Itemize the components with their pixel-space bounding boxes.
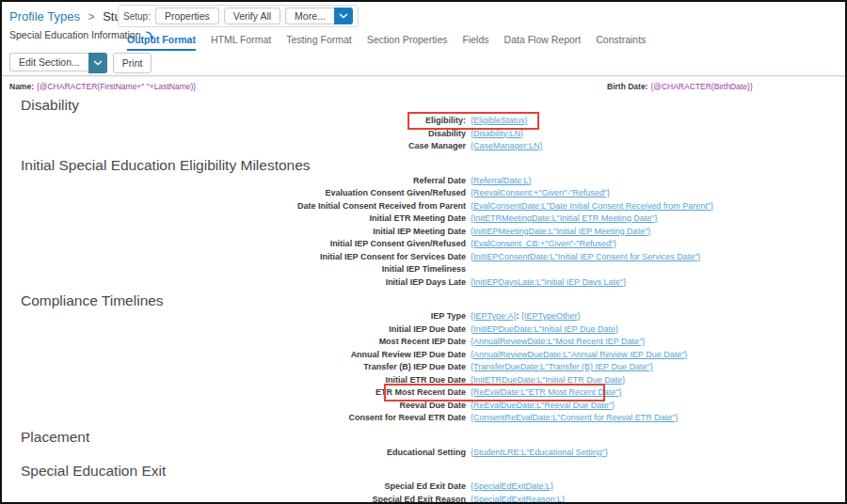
section-title: Placement (21, 428, 845, 447)
field-value: {InitIEPDaysLate:L"Initial IEP Days Late… (466, 276, 626, 290)
field-value: {StudentLRE:L"Educational Setting"} (466, 447, 608, 460)
field-template-link[interactable]: {InitETRMeetingDate:L"Initial ETR Meetin… (471, 213, 657, 223)
field-label: Most Recent IEP Date (5, 336, 466, 349)
field-value: {AnnualReviewDate:L"Most Recent IEP Date… (466, 336, 645, 349)
field-template-link[interactable]: {InitIEPConsentDate:L"Initial IEP Consen… (471, 252, 700, 261)
tab-constraints[interactable]: Constraints (596, 34, 646, 51)
tab-output-format[interactable]: Output Format (127, 34, 196, 51)
field-label: Reeval Due Date (5, 400, 466, 413)
field-value: {InitIEPMeetingDate:L"Initial IEP Meetin… (466, 226, 650, 239)
field-label: Referral Date (5, 175, 466, 188)
more-button[interactable]: More... (285, 8, 334, 24)
field-template-link[interactable]: {TransferDueDate:L"Transfer (B) IEP Due … (471, 362, 653, 371)
field-label: Initial IEP Due Date (5, 323, 466, 337)
tab-data-flow-report[interactable]: Data Flow Report (504, 34, 582, 51)
field-row: Date Initial Consent Received from Paren… (5, 200, 845, 213)
tab-testing-format[interactable]: Testing Format (286, 34, 351, 51)
form-section: Special Education Exit Special Ed Exit D… (5, 462, 845, 504)
field-label: Initial IEP Consent for Services Date (5, 251, 466, 264)
field-template-link[interactable]: {ReevalConsent:+"Given"-"Refused"} (471, 188, 610, 197)
field-row: Reeval Due Date{ReEvalDueDate:L"Reeval D… (5, 400, 845, 413)
section-rows: IEP Type{IEPType:A}: {IEPTypeOther}Initi… (5, 310, 845, 425)
sections: Disability Eligibility:{EligibleStatus}D… (5, 96, 845, 504)
field-template-link[interactable]: {ConsentReEvalDate:L"Consent for Reeval … (471, 413, 679, 422)
field-value: {SpecialEdExitDate:L} (466, 480, 553, 494)
field-template-link[interactable]: {EvalConsentDate:L"Date Initial Consent … (471, 201, 713, 211)
field-template-link[interactable]: {IEPType:A} (471, 311, 517, 321)
field-row: Initial IEP Days Late{InitIEPDaysLate:L"… (5, 276, 845, 290)
field-value: {InitETRMeetingDate:L"Initial ETR Meetin… (466, 213, 657, 226)
format-tabs: Output FormatHTML FormatTesting FormatSe… (127, 34, 646, 51)
field-template-link[interactable]: {CaseManager:LN} (471, 141, 543, 150)
tab-section-properties[interactable]: Section Properties (367, 34, 448, 51)
field-row: Educational Setting{StudentLRE:L"Educati… (5, 447, 845, 460)
section-rows: Educational Setting{StudentLRE:L"Educati… (5, 447, 845, 460)
field-row: Consent for Reeval ETR Date{ConsentReEva… (5, 412, 845, 425)
field-row: Special Ed Exit Date{SpecialEdExitDate:L… (5, 480, 845, 494)
subtitle-label: Special Education Information (9, 29, 141, 40)
verify-all-button[interactable]: Verify All (224, 8, 280, 24)
setup-toolbar: Setup: Properties Verify All More... (118, 5, 359, 27)
field-template-link[interactable]: {ReEvalDueDate:L"Reeval Due Date"} (471, 401, 615, 410)
field-row: Referral Date{ReferralDate:L} (5, 175, 845, 188)
edit-section-dropdown-button[interactable] (88, 53, 107, 73)
field-value: {InitIEPConsentDate:L"Initial IEP Consen… (466, 251, 700, 264)
section-title: Special Education Exit (21, 462, 845, 480)
print-button[interactable]: Print (113, 53, 152, 73)
field-template-link[interactable]: {AnnualReviewDueDate:L"Annual Review IEP… (471, 350, 687, 359)
more-dropdown-button[interactable] (334, 8, 353, 24)
field-template-link[interactable]: {AnnualReviewDate:L"Most Recent IEP Date… (471, 337, 645, 346)
record-header-row: Name:{@CHARACTER(FirstName+" "+LastName)… (5, 80, 845, 94)
field-value: {ReferralDate:L} (466, 175, 532, 188)
field-row: Most Recent IEP Date{AnnualReviewDate:L"… (5, 336, 845, 349)
field-value: {CaseManager:LN} (466, 140, 543, 153)
field-label: Special Ed Exit Date (5, 480, 466, 494)
field-row: Special Ed Exit Reason{SpecialEdExitReas… (5, 494, 845, 504)
field-template-link[interactable]: {InitIEPDaysLate:L"Initial IEP Days Late… (471, 277, 626, 287)
form-section: Initial Special Education Eligibility Mi… (5, 156, 845, 290)
edit-section-button[interactable]: Edit Section... (9, 53, 88, 71)
breadcrumb-profile-types-link[interactable]: Profile Types (9, 9, 80, 24)
tab-fields[interactable]: Fields (463, 34, 489, 51)
app-window: Profile Types > Students Special Educati… (0, 0, 847, 504)
section-rows: Eligibility:{EligibleStatus}Disability{D… (5, 115, 845, 153)
field-template-link[interactable]: {ReEvalDate:L"ETR Most Recent Date"} (471, 387, 621, 397)
field-value: {InitIEPDueDate:L"Initial IEP Due Date} (466, 323, 618, 337)
properties-button[interactable]: Properties (155, 8, 219, 24)
field-value: {ReevalConsent:+"Given"-"Refused"} (466, 187, 610, 200)
field-template-link[interactable]: {SpecialEdExitDate:L} (471, 481, 553, 491)
field-template-link[interactable]: {ReferralDate:L} (471, 176, 532, 185)
field-label: Annual Review IEP Due Date (5, 349, 466, 362)
field-row: ETR Most Recent Date{ReEvalDate:L"ETR Mo… (5, 386, 845, 400)
field-label: Disability (5, 128, 466, 141)
field-template-link[interactable]: {EvalConsent_CB:+"Given"-"Refused"} (471, 239, 616, 248)
field-template-link[interactable]: {StudentLRE:L"Educational Setting"} (471, 448, 608, 457)
field-template-link[interactable]: {InitIEPDueDate:L"Initial IEP Due Date} (471, 324, 618, 334)
field-label: Consent for Reeval ETR Date (5, 412, 466, 425)
field-row: Initial ETR Meeting Date{InitETRMeetingD… (5, 213, 845, 226)
field-value: {EligibleStatus} (466, 115, 528, 128)
field-label: ETR Most Recent Date (5, 386, 466, 400)
field-row: Initial IEP Timeliness (5, 263, 845, 276)
field-label: Initial IEP Timeliness (5, 263, 466, 276)
field-value: {SpecialEdExitReason:L} (466, 494, 565, 504)
tab-html-format[interactable]: HTML Format (211, 34, 271, 51)
section-title: Initial Special Education Eligibility Mi… (21, 156, 845, 175)
header: Profile Types > Students Special Educati… (2, 2, 845, 75)
field-template-link[interactable]: {Disability:LN} (471, 129, 523, 138)
field-template-link[interactable]: {SpecialEdExitReason:L} (471, 495, 565, 504)
field-row: Eligibility:{EligibleStatus} (5, 115, 845, 128)
field-value: {InitETRDueDate:L"Initial ETR Due Date} (466, 374, 625, 387)
section-title: Compliance Timelines (21, 291, 845, 310)
field-template-link[interactable]: {InitIEPMeetingDate:L"Initial IEP Meetin… (471, 227, 650, 236)
field-template-link[interactable]: {InitETRDueDate:L"Initial ETR Due Date} (471, 375, 625, 385)
field-template-link[interactable]: {IEPTypeOther} (521, 311, 581, 321)
field-label: Eligibility: (5, 115, 466, 128)
field-row: Initial IEP Meeting Date{InitIEPMeetingD… (5, 226, 845, 239)
field-label: Evaluation Consent Given/Refused (5, 187, 466, 200)
field-row: Initial IEP Consent Given/Refused{EvalCo… (5, 238, 845, 251)
name-label: Name: (9, 82, 34, 91)
field-template-link[interactable]: {EligibleStatus} (471, 116, 528, 125)
field-row: Initial IEP Due Date{InitIEPDueDate:L"In… (5, 323, 845, 337)
field-row: Initial ETR Due Date{InitETRDueDate:L"In… (5, 374, 845, 387)
